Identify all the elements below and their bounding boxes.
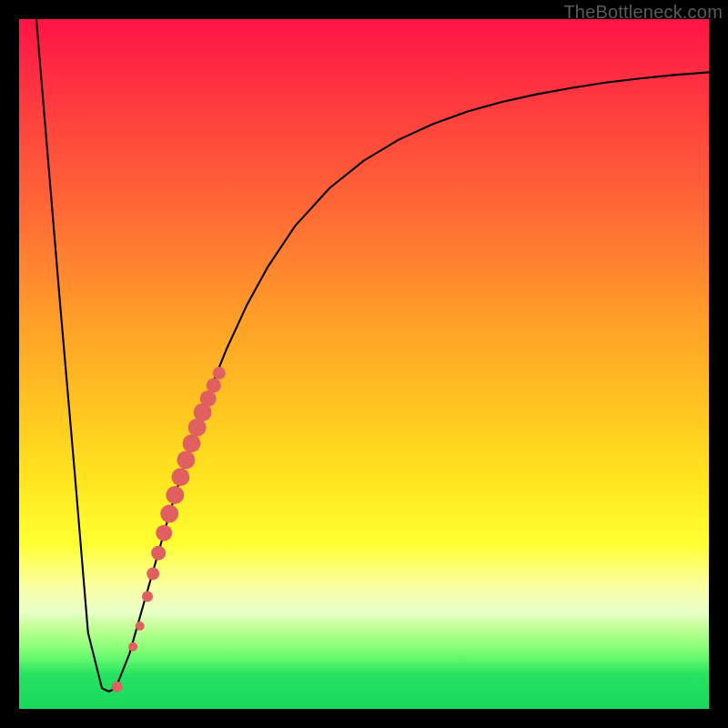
marker-dot (112, 682, 123, 693)
marker-dot (171, 468, 189, 486)
bottleneck-curve (36, 19, 709, 692)
marker-dot (160, 505, 178, 523)
chart-svg (19, 19, 709, 709)
marker-dot (177, 450, 195, 469)
marker-dot (213, 367, 226, 379)
marker-dot (147, 567, 159, 580)
marker-dot (128, 642, 137, 652)
marker-dot (151, 546, 166, 561)
highlighted-region (112, 367, 226, 693)
chart-frame: TheBottleneck.com (0, 0, 728, 728)
marker-dot (156, 525, 172, 541)
marker-dot (142, 591, 153, 602)
marker-dot (166, 486, 184, 504)
marker-dot (200, 390, 217, 407)
marker-dot (136, 622, 145, 631)
marker-dot (207, 379, 221, 393)
marker-dot (183, 434, 201, 452)
plot-area (19, 19, 709, 709)
